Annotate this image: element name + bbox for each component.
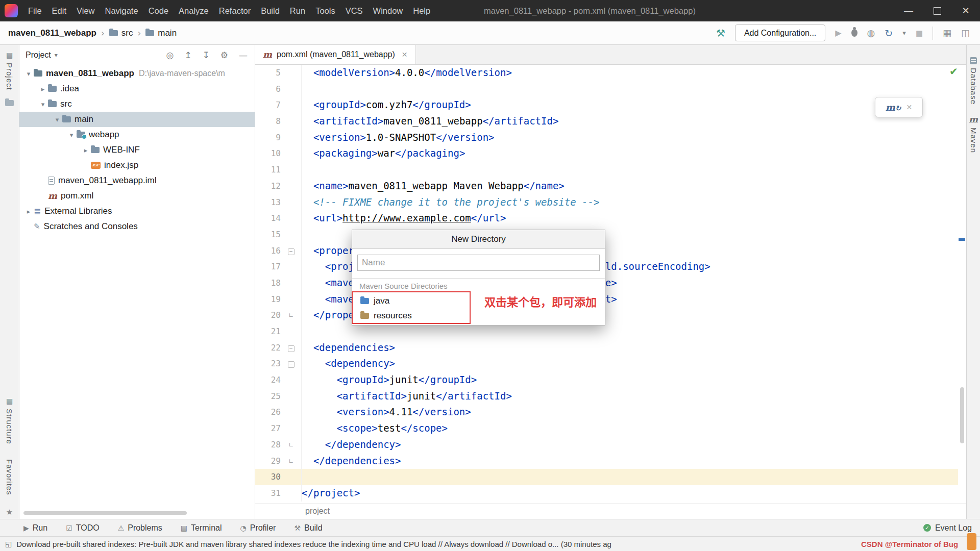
scrollbar-thumb[interactable] [960, 387, 964, 443]
tree-item-pom-xml[interactable]: mpom.xml [19, 188, 255, 204]
expand-all-icon[interactable]: ↥ [184, 50, 191, 60]
editor-scrollbar[interactable] [958, 65, 966, 503]
stripe-folder-button[interactable] [0, 100, 19, 106]
tool-window-build[interactable]: ⚒Build [294, 523, 322, 533]
menu-build[interactable]: Build [256, 0, 285, 21]
menu-analyze[interactable]: Analyze [174, 0, 214, 21]
fold-marker[interactable]: ∟ [288, 458, 293, 465]
code-line-5[interactable]: 5 <modelVersion>4.0.0</modelVersion> [255, 65, 958, 81]
code-line-8[interactable]: 8 <artifactId>maven_0811_webapp</artifac… [255, 113, 958, 130]
chevron-down-icon[interactable]: ▾ [66, 131, 77, 139]
code-line-23[interactable]: 23− <dependency> [255, 356, 958, 372]
chevron-down-icon[interactable]: ▾ [23, 70, 34, 78]
maximize-button[interactable] [923, 0, 951, 21]
tree-item-webapp[interactable]: ▾webapp [19, 127, 255, 142]
tree-item-src[interactable]: ▾src [19, 96, 255, 112]
chevron-right-icon[interactable]: ▸ [23, 208, 34, 215]
fold-marker[interactable]: ∟ [288, 441, 293, 448]
profiler-icon[interactable]: ↻ [885, 28, 893, 39]
add-configuration-button[interactable]: Add Configuration... [735, 24, 825, 41]
status-message[interactable]: Download pre-built shared indexes: Pre-b… [16, 540, 611, 548]
minimize-button[interactable]: — [894, 0, 923, 21]
code-line-31[interactable]: 31</project> [255, 485, 958, 502]
tree-item-maven-0811-webapp-iml[interactable]: maven_0811_webapp.iml [19, 173, 255, 188]
code-line-21[interactable]: 21 [255, 323, 958, 340]
stripe-structure-button[interactable]: ▦Structure [0, 397, 19, 444]
code-line-14[interactable]: 14 <url>http://www.example.com</url> [255, 210, 958, 227]
breadcrumb-item-main[interactable]: main [145, 28, 177, 38]
settings-gear-icon[interactable]: ⚙ [220, 50, 228, 60]
menu-tools[interactable]: Tools [310, 0, 340, 21]
debug-icon[interactable] [851, 29, 857, 37]
tab-pom-xml[interactable]: m pom.xml (maven_0811_webapp) ✕ [255, 45, 416, 64]
menu-view[interactable]: View [71, 0, 100, 21]
tree-item-index-jsp[interactable]: JSPindex.jsp [19, 158, 255, 173]
code-line-24[interactable]: 24 <groupId>junit</groupId> [255, 372, 958, 388]
tool-window-problems[interactable]: ⚠Problems [118, 523, 162, 533]
tab-close-icon[interactable]: ✕ [402, 51, 408, 59]
code-line-10[interactable]: 10 <packaging>war</packaging> [255, 145, 958, 162]
maven-reimport-icon[interactable]: m↻ [886, 102, 901, 113]
stripe-maven-button[interactable]: mMaven [967, 115, 980, 153]
stripe-project-button[interactable]: ▤ Project [0, 51, 19, 90]
stripe-database-button[interactable]: Database [967, 57, 980, 105]
code-line-22[interactable]: 22− <dependencies> [255, 340, 958, 356]
code-line-12[interactable]: 12 <name>maven_0811_webapp Maven Webapp<… [255, 178, 958, 194]
project-structure-icon[interactable]: ▦ [943, 28, 951, 38]
project-panel-title[interactable]: Project [26, 51, 51, 60]
menu-refactor[interactable]: Refactor [214, 0, 256, 21]
build-hammer-icon[interactable]: ⚒ [716, 27, 725, 39]
locate-file-icon[interactable]: ◎ [166, 50, 174, 60]
code-line-7[interactable]: 7 <groupId>com.yzh7</groupId> [255, 97, 958, 113]
hide-panel-icon[interactable]: — [239, 50, 248, 60]
code-line-13[interactable]: 13 <!-- FIXME change it to the project's… [255, 194, 958, 211]
code-line-28[interactable]: 28∟ </dependency> [255, 437, 958, 453]
stop-icon[interactable]: ■ [916, 29, 923, 38]
chevron-right-icon[interactable]: ▸ [81, 146, 91, 154]
code-line-6[interactable]: 6 [255, 81, 958, 97]
code-line-27[interactable]: 27 <scope>test</scope> [255, 420, 958, 437]
stripe-favorites-star[interactable]: ★ [0, 508, 19, 517]
menu-window[interactable]: Window [368, 0, 408, 21]
run-options-chevron-icon[interactable]: ▾ [902, 29, 906, 37]
run-icon[interactable]: ▶ [835, 28, 841, 38]
directory-name-input[interactable] [357, 255, 600, 271]
popup-close-icon[interactable]: ✕ [906, 103, 913, 111]
tree-item-web-inf[interactable]: ▸WEB-INF [19, 142, 255, 158]
menu-navigate[interactable]: Navigate [100, 0, 143, 21]
breadcrumb-item-src[interactable]: src [109, 28, 133, 38]
tool-window-profiler[interactable]: ◔Profiler [240, 523, 276, 533]
menu-file[interactable]: File [23, 0, 47, 21]
code-line-25[interactable]: 25 <artifactId>junit</artifactId> [255, 388, 958, 405]
menu-vcs[interactable]: VCS [340, 0, 368, 21]
tree-item-main[interactable]: ▾main [19, 112, 255, 127]
coverage-icon[interactable]: ◍ [867, 28, 875, 38]
chevron-down-icon[interactable]: ▾ [52, 116, 62, 123]
chevron-right-icon[interactable]: ▸ [38, 85, 48, 93]
tree-item--idea[interactable]: ▸.idea [19, 81, 255, 96]
event-log-button[interactable]: ✓ Event Log [923, 523, 972, 533]
tool-window-run[interactable]: ▶Run [23, 523, 47, 533]
tool-window-terminal[interactable]: ▤Terminal [181, 523, 222, 533]
chevron-down-icon[interactable]: ▾ [55, 52, 58, 59]
project-horizontal-scrollbar[interactable] [23, 511, 187, 515]
collapse-all-icon[interactable]: ↧ [203, 50, 210, 60]
code-line-26[interactable]: 26 <version>4.11</version> [255, 404, 958, 420]
menu-help[interactable]: Help [408, 0, 435, 21]
editor-layout-icon[interactable]: ◫ [961, 28, 970, 38]
breadcrumb-project[interactable]: project [305, 507, 330, 516]
chevron-down-icon[interactable]: ▾ [38, 101, 48, 108]
code-line-11[interactable]: 11 [255, 162, 958, 178]
code-line-30[interactable]: 30 [255, 469, 958, 485]
menu-code[interactable]: Code [143, 0, 174, 21]
code-line-9[interactable]: 9 <version>1.0-SNAPSHOT</version> [255, 130, 958, 146]
menu-edit[interactable]: Edit [47, 0, 71, 21]
inspections-ok-icon[interactable]: ✔ [949, 65, 958, 78]
tree-item-maven-0811-webapp[interactable]: ▾maven_0811_webappD:\java-maven-space\m [19, 66, 255, 81]
stripe-favorites-button[interactable]: Favorites [0, 459, 19, 495]
tree-item-scratches-and-consoles[interactable]: ✎Scratches and Consoles [19, 219, 255, 234]
menu-run[interactable]: Run [285, 0, 310, 21]
code-line-29[interactable]: 29∟ </dependencies> [255, 453, 958, 469]
fold-marker[interactable]: − [288, 345, 295, 352]
breadcrumb-item-maven_0811_webapp[interactable]: maven_0811_webapp [8, 28, 96, 38]
